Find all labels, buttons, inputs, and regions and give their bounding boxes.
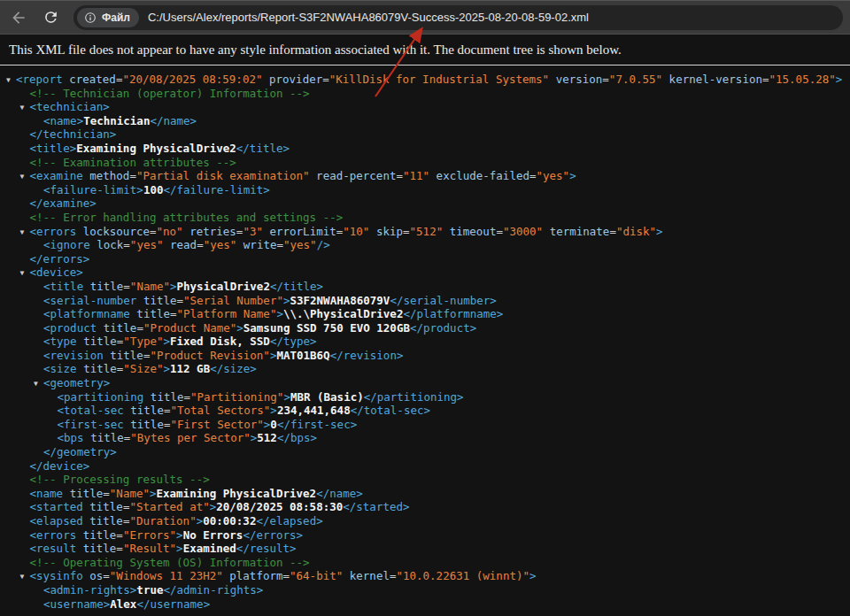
xml-line: <name title="Name">Examining PhysicalDri…: [0, 487, 850, 501]
xml-line: ▼<geometry>: [0, 376, 850, 390]
xml-line: <failure-limit>100</failure-limit>: [0, 183, 850, 197]
xml-line: <title>Examining PhysicalDrive2</title>: [0, 142, 850, 156]
xml-viewer-page: This XML file does not appear to have an…: [0, 35, 850, 611]
expand-arrow-icon[interactable]: ▼: [20, 266, 30, 281]
xml-line: ▼<sysinfo os="Windows 11 23H2" platform=…: [0, 569, 850, 583]
xml-line: <size title="Size">112 GB</size>: [0, 362, 850, 376]
xml-line: <elapsed title="Duration">00:00:32</elap…: [0, 514, 850, 528]
xml-line: ▼<technician>: [0, 100, 850, 114]
xml-line: </examine>: [0, 196, 850, 211]
xml-line: <admin-rights>true</admin-rights>: [0, 583, 850, 597]
xml-line: <type title="Type">Fixed Disk, SSD</type…: [0, 335, 850, 349]
expand-arrow-icon[interactable]: ▼: [20, 101, 30, 115]
xml-line: </technician>: [0, 127, 850, 142]
xml-line: </device>: [0, 459, 850, 474]
info-icon: [84, 12, 97, 24]
xml-line: <platformname title="Platform Name">\\.\…: [0, 307, 850, 321]
xml-line: <serial-number title="Serial Number">S3F…: [0, 294, 850, 308]
xml-document-tree: ▼<report created="20/08/2025 08:59:02" p…: [0, 73, 850, 611]
xml-line: ▼<report created="20/08/2025 08:59:02" p…: [0, 73, 850, 87]
expand-arrow-icon[interactable]: ▼: [20, 170, 30, 184]
expand-arrow-icon[interactable]: ▼: [34, 377, 43, 391]
xml-line: <errors title="Errors">No Errors</errors…: [0, 528, 850, 543]
xml-line: <started title="Started at">20/08/2025 0…: [0, 500, 850, 514]
expand-arrow-icon[interactable]: ▼: [6, 73, 16, 88]
xml-line: <bps title="Bytes per Sector">512</bps>: [0, 431, 850, 445]
xml-line: </errors>: [0, 252, 850, 266]
xml-comment-line: <!-- Operating System (OS) Information -…: [0, 556, 850, 570]
xml-line: ▼<examine method="Partial disk examinati…: [0, 169, 850, 183]
reload-button[interactable]: [38, 5, 63, 30]
xml-line: <username>Alex</username>: [0, 597, 850, 612]
xml-comment-line: <!-- Error handling attributes and setti…: [0, 211, 850, 225]
expand-arrow-icon[interactable]: ▼: [20, 226, 30, 240]
xml-line: <product title="Product Name">Samsung SS…: [0, 321, 850, 335]
xml-comment-line: <!-- Processing results -->: [0, 473, 850, 487]
xml-line: <total-sec title="Total Sectors">234,441…: [0, 404, 850, 418]
xml-line: <partitioning title="Partitioning">MBR (…: [0, 390, 850, 404]
xml-line: <ignore lock="yes" read="yes" write="yes…: [0, 238, 850, 252]
url-bar[interactable]: Файл C:/Users/Alex/reports/Report-S3F2NW…: [73, 5, 843, 30]
xml-line: <title title="Name">PhysicalDrive2</titl…: [0, 280, 850, 294]
xml-line: <first-sec title="First Sector">0</first…: [0, 418, 850, 432]
no-style-message: This XML file does not appear to have an…: [9, 41, 841, 58]
scheme-chip-label: Файл: [102, 12, 130, 24]
xml-line: <result title="Result">Examined</result>: [0, 542, 850, 556]
xml-line: ▼<device>: [0, 266, 850, 280]
xml-comment-line: <!-- Examination attributes -->: [0, 156, 850, 170]
back-button[interactable]: [6, 5, 31, 30]
xml-line: <name>Technician</name>: [0, 114, 850, 128]
expand-arrow-icon[interactable]: ▼: [20, 570, 30, 584]
xml-line: <revision title="Product Revision">MAT01…: [0, 349, 850, 363]
message-divider: [0, 65, 850, 65]
browser-toolbar: Файл C:/Users/Alex/reports/Report-S3F2NW…: [0, 0, 850, 35]
back-arrow-icon: [10, 9, 27, 27]
reload-icon: [42, 9, 59, 26]
xml-line: ▼<errors locksource="no" retries="3" err…: [0, 225, 850, 239]
file-scheme-chip[interactable]: Файл: [77, 8, 139, 27]
xml-line: </geometry>: [0, 445, 850, 459]
url-text[interactable]: C:/Users/Alex/reports/Report-S3F2NWAHA86…: [148, 11, 589, 24]
xml-comment-line: <!-- Technician (operator) Information -…: [0, 87, 850, 101]
